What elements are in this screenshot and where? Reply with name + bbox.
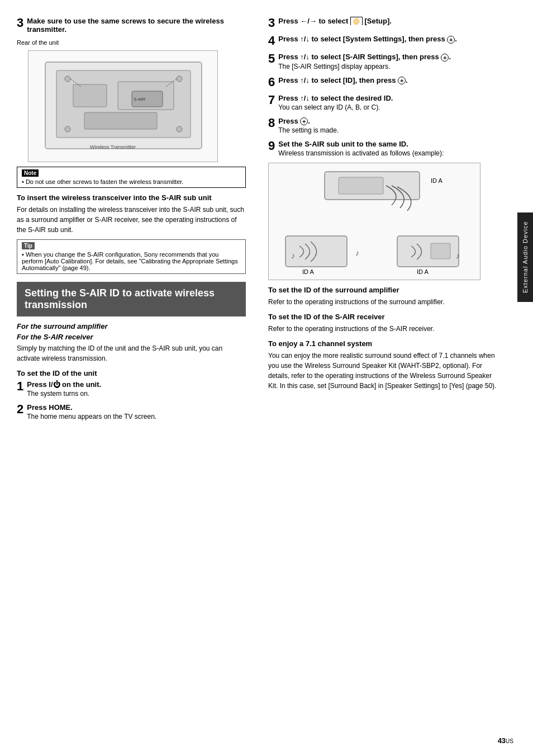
step-8-content: Press +. The setting is made.	[278, 117, 497, 135]
svg-text:♪: ♪	[456, 251, 460, 260]
step-4-content: Press ↑/↓ to select [System Settings], t…	[278, 35, 497, 44]
step-3-number: 3	[17, 17, 23, 29]
svg-rect-18	[431, 243, 450, 259]
left-column: 3 Make sure to use the same screws to se…	[0, 11, 257, 745]
step-6: 6 Press ↑/↓ to select [ID], then press +…	[268, 76, 497, 88]
step-3-right-content: Press ←/→ to select 📀 [Setup].	[278, 17, 497, 25]
intro-text: Simply by matching the ID of the unit an…	[17, 343, 246, 363]
section-71-body: You can enjoy the more realistic surroun…	[268, 351, 497, 391]
step-2-left: 2 Press HOME. The home menu appears on t…	[17, 403, 246, 420]
step-2-number: 2	[17, 403, 23, 415]
svg-text:Wireless Transmitter: Wireless Transmitter	[90, 144, 136, 150]
svg-rect-6	[73, 84, 107, 107]
step-9-number: 9	[268, 140, 275, 152]
step-5-plus: +	[441, 54, 449, 62]
step-8-sub: The setting is made.	[278, 126, 497, 134]
svg-point-3	[177, 76, 182, 82]
id-label-top: ID A	[431, 177, 442, 184]
step-5-number: 5	[268, 53, 275, 65]
note-label: Note	[22, 169, 39, 177]
step-3-left: 3 Make sure to use the same screws to se…	[17, 17, 246, 34]
step-4: 4 Press ↑/↓ to select [System Settings],…	[268, 35, 497, 47]
rear-unit-svg: S-AIR Wireless Transmitter	[28, 51, 218, 162]
step-3-content: Make sure to use the same screws to secu…	[27, 17, 246, 34]
wireless-diagram: ID A ♪ ♪ ♪ ID A ID A	[268, 163, 480, 280]
page-number: 43US	[498, 736, 513, 745]
rear-label: Rear of the unit	[17, 39, 246, 46]
step-6-plus: +	[398, 77, 406, 84]
section-sair-body: Refer to the operating instructions of t…	[268, 324, 497, 334]
section-sair-heading: To set the ID of the S-AIR receiver	[268, 313, 497, 321]
step-9-sub: Wireless transmission is activated as fo…	[278, 149, 497, 157]
step-3-right: 3 Press ←/→ to select 📀 [Setup].	[268, 17, 497, 29]
step-1-left: 1 Press I/⏻ on the unit. The system turn…	[17, 380, 246, 398]
section-surround-heading: To set the ID of the surround amplifier	[268, 286, 497, 294]
step-5-content: Press ↑/↓ to select [S-AIR Settings], th…	[278, 53, 497, 70]
step-8-number: 8	[268, 117, 275, 129]
step-8-bold: Press +.	[278, 117, 310, 125]
italic-heading-2: For the S-AIR receiver	[17, 333, 246, 341]
step-5: 5 Press ↑/↓ to select [S-AIR Settings], …	[268, 53, 497, 70]
page: 3 Make sure to use the same screws to se…	[0, 0, 533, 756]
svg-point-2	[65, 76, 70, 82]
step-2-content: Press HOME. The home menu appears on the…	[27, 403, 246, 420]
section-71-heading: To enjoy a 7.1 channel system	[268, 339, 497, 348]
svg-point-5	[177, 126, 182, 132]
side-tab: External Audio Device	[517, 212, 533, 302]
svg-text:S-AIR: S-AIR	[134, 97, 146, 102]
wireless-svg: ID A ♪ ♪ ♪ ID A ID A	[269, 163, 480, 280]
step-9-bold: Set the S-AIR sub unit to the same ID.	[278, 140, 408, 148]
step-3-right-bold: Press ←/→ to select 📀 [Setup].	[278, 17, 392, 25]
section1-heading: To insert the wireless transceiver into …	[17, 193, 246, 202]
tip-text: • When you change the S-AIR configuratio…	[22, 251, 241, 271]
svg-rect-15	[339, 177, 383, 194]
step-5-sub: The [S-AIR Settings] display appears.	[278, 63, 497, 70]
step-6-content: Press ↑/↓ to select [ID], then press +.	[278, 76, 497, 85]
step-9-content: Set the S-AIR sub unit to the same ID. W…	[278, 140, 497, 157]
step-7: 7 Press ↑/↓ to select the desired ID. Yo…	[268, 94, 497, 111]
step-2-sub: The home menu appears on the TV screen.	[27, 413, 246, 420]
section-surround-body: Refer to the operating instructions of t…	[268, 297, 497, 307]
right-column: 3 Press ←/→ to select 📀 [Setup]. 4 Press…	[257, 11, 514, 745]
svg-text:♪: ♪	[355, 248, 359, 257]
step-4-bold: Press ↑/↓ to select [System Settings], t…	[278, 35, 457, 43]
step-3-bold: Make sure to use the same screws to secu…	[27, 17, 224, 34]
svg-point-4	[65, 126, 70, 132]
section1-body: For details on installing the wireless t…	[17, 205, 246, 235]
step-5-bold: Press ↑/↓ to select [S-AIR Settings], th…	[278, 53, 451, 61]
step-4-plus: +	[447, 36, 455, 44]
step-6-number: 6	[268, 76, 275, 88]
tip-label: Tip	[22, 242, 35, 249]
tip-box: Tip • When you change the S-AIR configur…	[17, 239, 246, 274]
step-2-bold: Press HOME.	[27, 403, 73, 412]
step-4-number: 4	[268, 35, 275, 47]
note-box: Note • Do not use other screws to fasten…	[17, 167, 246, 188]
step-3-right-number: 3	[268, 17, 275, 29]
svg-text:ID A: ID A	[417, 268, 429, 275]
step-1-sub: The system turns on.	[27, 390, 246, 398]
step-6-bold: Press ↑/↓ to select [ID], then press +.	[278, 76, 407, 84]
step-7-sub: You can select any ID (A, B, or C).	[278, 103, 497, 111]
big-heading: Setting the S-AIR ID to activate wireles…	[17, 282, 246, 316]
step-9: 9 Set the S-AIR sub unit to the same ID.…	[268, 140, 497, 157]
svg-rect-8	[84, 112, 157, 129]
italic-heading-1: For the surround amplifier	[17, 322, 246, 330]
step-1-content: Press I/⏻ on the unit. The system turns …	[27, 380, 246, 398]
step-7-number: 7	[268, 94, 275, 106]
step-7-content: Press ↑/↓ to select the desired ID. You …	[278, 94, 497, 111]
section2-heading: To set the ID of the unit	[17, 369, 246, 377]
step-8-plus: +	[300, 117, 308, 125]
rear-unit-diagram: S-AIR Wireless Transmitter	[28, 50, 218, 162]
note-text: • Do not use other screws to fasten the …	[22, 178, 241, 185]
step-1-bold: Press I/⏻ on the unit.	[27, 380, 101, 389]
svg-text:♪: ♪	[291, 251, 295, 260]
step-7-bold: Press ↑/↓ to select the desired ID.	[278, 94, 393, 102]
svg-text:ID A: ID A	[302, 268, 314, 275]
step-1-number: 1	[17, 380, 23, 393]
step-8: 8 Press +. The setting is made.	[268, 117, 497, 135]
